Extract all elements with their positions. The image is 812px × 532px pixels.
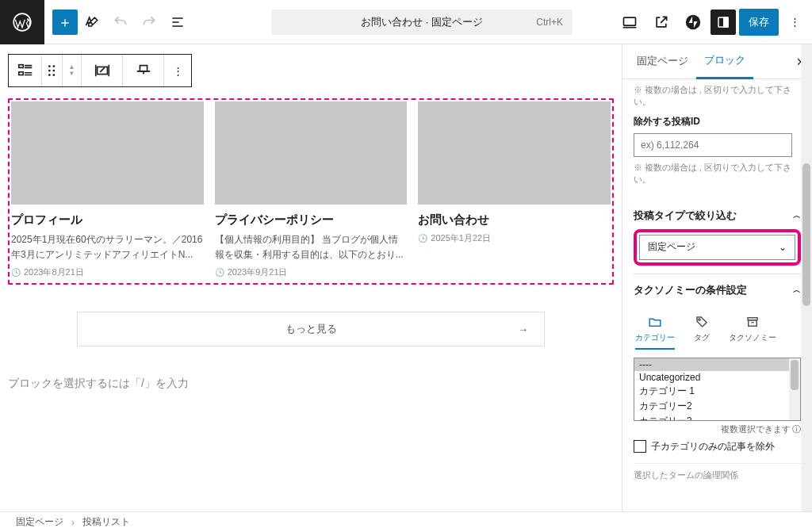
move-updown-icon[interactable]: ▲▼ — [63, 55, 82, 86]
breadcrumb-root[interactable]: 固定ページ — [16, 515, 63, 529]
preview-external-icon[interactable] — [647, 8, 676, 36]
post-excerpt: 【個人情報の利用目的】 当ブログが個人情報を収集・利用する目的は、以下のとおり.… — [215, 232, 408, 262]
checkbox-label: 子カテゴリのみの記事を除外 — [651, 440, 775, 454]
editor-canvas: ▲▼ ⋮ プロフィール 2025年1月現在60代のサラリーマン。／2016年3月… — [0, 44, 622, 511]
svg-rect-14 — [140, 66, 147, 71]
tax-tab-label: タグ — [694, 332, 710, 343]
highlight-box: 固定ページ ⌄ — [634, 229, 801, 266]
topbar: ＋ お問い合わせ · 固定ページ Ctrl+K 保存 ⋮ — [0, 0, 812, 44]
block-placeholder[interactable]: ブロックを選択するには「/」を入力 — [8, 377, 614, 391]
svg-point-10 — [52, 70, 55, 72]
help-icon[interactable]: ⓘ — [792, 424, 801, 435]
post-title: プライバシーポリシー — [215, 212, 408, 228]
add-block-button[interactable]: ＋ — [52, 10, 78, 35]
select-value: 固定ページ — [648, 240, 695, 254]
tag-icon — [695, 315, 709, 329]
folder-icon — [648, 315, 662, 329]
save-button[interactable]: 保存 — [739, 9, 779, 36]
list-option[interactable]: Uncategorized — [634, 371, 800, 384]
section-label: 投稿タイプで絞り込む — [634, 209, 737, 223]
block-type-icon[interactable] — [9, 55, 42, 86]
topbar-right: 保存 ⋮ — [615, 8, 812, 36]
chevron-up-icon: ︿ — [793, 285, 801, 296]
redo-icon[interactable] — [135, 8, 163, 36]
listbox-scrollbar[interactable] — [789, 358, 800, 420]
post-excerpt: 2025年1月現在60代のサラリーマン。／2016年3月にアンリミテッドアフィリ… — [11, 232, 204, 262]
tax-tab-label: タクソノミー — [729, 332, 776, 343]
svg-point-9 — [48, 70, 50, 72]
post-type-select[interactable]: 固定ページ ⌄ — [639, 235, 795, 260]
wp-logo[interactable] — [0, 0, 44, 44]
list-option[interactable]: カテゴリー 1 — [634, 384, 800, 399]
chevron-down-icon: ⌄ — [779, 242, 787, 253]
exclude-id-label: 除外する投稿ID — [634, 115, 801, 128]
load-more-label: もっと見る — [285, 322, 337, 336]
post-thumbnail — [11, 101, 204, 205]
main-layout: ▲▼ ⋮ プロフィール 2025年1月現在60代のサラリーマン。／2016年3月… — [0, 44, 812, 511]
exclude-child-checkbox[interactable]: 子カテゴリのみの記事を除外 — [634, 440, 801, 454]
breadcrumb-current[interactable]: 投稿リスト — [82, 515, 130, 529]
drag-handle-icon[interactable] — [42, 55, 63, 86]
tax-tab-category[interactable]: カテゴリー — [635, 315, 675, 350]
sidebar-scrollbar[interactable] — [801, 44, 812, 511]
exclude-id-input[interactable] — [634, 133, 792, 157]
svg-rect-1 — [624, 17, 636, 25]
options-menu-icon[interactable]: ⋮ — [782, 10, 807, 35]
breadcrumb: 固定ページ › 投稿リスト — [0, 511, 812, 532]
post-card[interactable]: お問い合わせ 2025年1月22日 — [418, 101, 611, 278]
arrow-right-icon: → — [518, 323, 528, 335]
svg-rect-5 — [18, 65, 23, 68]
list-option[interactable]: カテゴリー2 — [634, 399, 800, 414]
multi-select-hint: 複数選択できます ⓘ — [634, 424, 801, 435]
post-grid: プロフィール 2025年1月現在60代のサラリーマン。／2016年3月にアンリミ… — [11, 101, 611, 278]
post-title: お問い合わせ — [418, 212, 611, 228]
post-thumbnail — [215, 101, 408, 205]
list-option[interactable]: カテゴリー3 — [634, 414, 800, 421]
post-card[interactable]: プロフィール 2025年1月現在60代のサラリーマン。／2016年3月にアンリミ… — [11, 101, 204, 278]
post-title: プロフィール — [11, 212, 204, 228]
undo-icon[interactable] — [106, 8, 135, 36]
svg-point-7 — [48, 65, 50, 67]
tab-page[interactable]: 固定ページ — [629, 44, 696, 79]
document-outline-icon[interactable] — [163, 8, 192, 36]
breadcrumb-sep: › — [71, 517, 75, 528]
post-date: 2023年9月21日 — [215, 266, 408, 278]
taxonomy-tabs: カテゴリー タグ タクソノミー — [634, 315, 801, 350]
document-title-bar[interactable]: お問い合わせ · 固定ページ Ctrl+K — [271, 10, 573, 35]
block-toolbar: ▲▼ ⋮ — [8, 54, 192, 87]
section-post-type-filter[interactable]: 投稿タイプで絞り込む ︿ — [634, 200, 801, 232]
svg-rect-6 — [18, 72, 23, 75]
block-align-icon[interactable] — [82, 55, 123, 86]
svg-point-15 — [699, 319, 700, 320]
load-more-button[interactable]: もっと見る → — [77, 312, 545, 346]
post-card[interactable]: プライバシーポリシー 【個人情報の利用目的】 当ブログが個人情報を収集・利用する… — [215, 101, 408, 278]
svg-point-2 — [686, 14, 700, 29]
section-taxonomy[interactable]: タクソノミーの条件設定 ︿ — [634, 274, 801, 307]
svg-point-11 — [48, 74, 50, 76]
settings-toggle[interactable] — [710, 10, 736, 35]
hint-text: ※ 複数の場合は , 区切りで入力して下さい。 — [634, 84, 801, 107]
checkbox-icon[interactable] — [634, 440, 646, 453]
jetpack-icon[interactable] — [679, 8, 707, 36]
tax-tab-taxonomy[interactable]: タクソノミー — [729, 315, 776, 350]
block-width-icon[interactable] — [123, 55, 164, 86]
archive-icon — [745, 315, 760, 329]
block-more-icon[interactable]: ⋮ — [164, 55, 191, 86]
svg-rect-4 — [724, 17, 728, 27]
document-title: お問い合わせ · 固定ページ — [361, 15, 483, 29]
post-date: 2023年8月21日 — [11, 266, 204, 278]
list-option[interactable]: ---- — [634, 358, 800, 371]
tax-tab-label: カテゴリー — [635, 332, 675, 343]
category-listbox[interactable]: ---- Uncategorized カテゴリー 1 カテゴリー2 カテゴリー3 — [634, 358, 801, 421]
exclude-hint: ※ 複数の場合は , 区切りで入力して下さい。 — [634, 162, 801, 185]
post-list-block[interactable]: プロフィール 2025年1月現在60代のサラリーマン。／2016年3月にアンリミ… — [8, 98, 614, 285]
edit-mode-icon[interactable] — [78, 8, 106, 36]
tax-tab-tag[interactable]: タグ — [694, 315, 710, 350]
post-thumbnail — [418, 101, 611, 205]
term-relation-label: 選択したタームの論理関係 — [634, 463, 801, 481]
tab-block[interactable]: ブロック — [696, 44, 753, 79]
device-preview-icon[interactable] — [615, 8, 644, 36]
shortcut-hint: Ctrl+K — [536, 17, 563, 28]
svg-point-12 — [52, 74, 55, 76]
sidebar-tabs: 固定ページ ブロック ✕ — [622, 44, 812, 79]
